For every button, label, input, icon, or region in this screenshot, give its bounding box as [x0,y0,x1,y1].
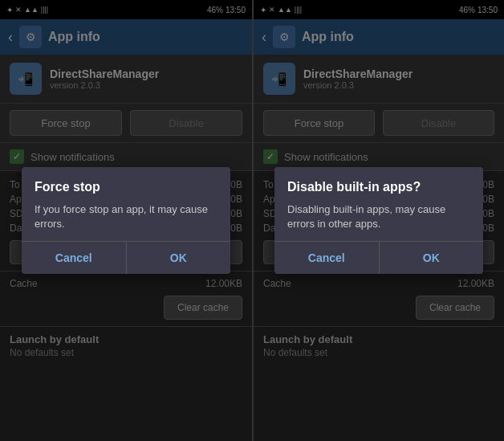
disable-dialog-buttons: Cancel OK [274,241,483,274]
disable-dialog-overlay: Disable built-in apps? Disabling built-i… [254,0,504,441]
force-stop-dialog: Force stop If you force stop an app, it … [22,167,230,274]
force-stop-ok-button[interactable]: OK [127,242,231,274]
disable-dialog-title: Disable built-in apps? [287,180,470,194]
force-stop-dialog-body: Force stop If you force stop an app, it … [22,167,230,241]
left-panel: ✦ ✕ ▲▲ |||| 46% 13:50 ‹ ⚙ App info 📲 Dir… [0,0,252,441]
disable-dialog: Disable built-in apps? Disabling built-i… [274,167,483,274]
force-stop-dialog-buttons: Cancel OK [22,241,230,274]
disable-cancel-button[interactable]: Cancel [274,242,380,274]
force-stop-dialog-message: If you force stop an app, it may cause e… [35,202,217,231]
disable-dialog-body: Disable built-in apps? Disabling built-i… [274,167,483,241]
disable-ok-button[interactable]: OK [380,242,484,274]
right-panel: ✦ ✕ ▲▲ |||| 46% 13:50 ‹ ⚙ App info 📲 Dir… [252,0,504,441]
force-stop-dialog-title: Force stop [35,180,217,194]
force-stop-cancel-button[interactable]: Cancel [22,242,127,274]
force-stop-dialog-overlay: Force stop If you force stop an app, it … [0,0,252,441]
disable-dialog-message: Disabling built-in apps, may cause error… [287,202,470,231]
